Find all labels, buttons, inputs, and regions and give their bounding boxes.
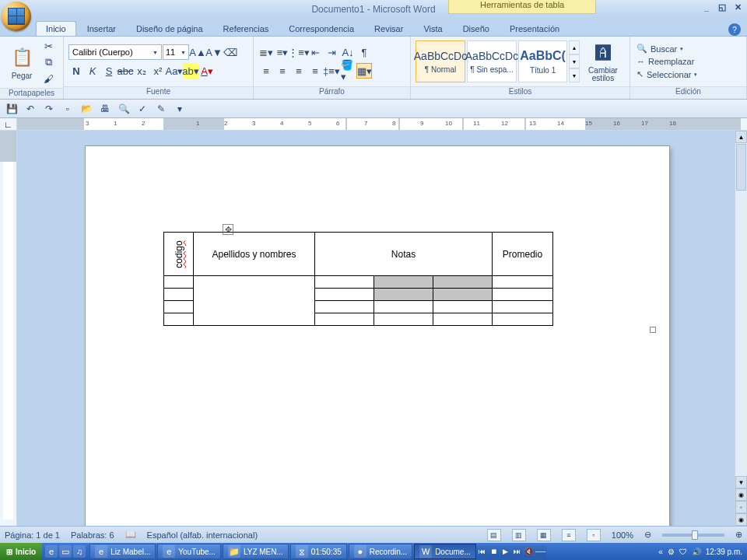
media-next[interactable]: ⏭	[512, 545, 523, 558]
scroll-up-button[interactable]: ▲	[735, 131, 747, 143]
next-page-button[interactable]: ◉	[735, 513, 747, 526]
qat-redo[interactable]: ↷	[42, 102, 56, 116]
qat-preview[interactable]: 🔍	[117, 102, 131, 116]
zoom-in-button[interactable]: ⊕	[735, 530, 742, 540]
qat-new[interactable]: ▫	[61, 102, 75, 116]
qat-undo[interactable]: ↶	[23, 102, 37, 116]
scroll-thumb[interactable]	[736, 144, 746, 191]
zoom-out-button[interactable]: ⊖	[644, 530, 651, 540]
align-center-button[interactable]: ≡	[275, 63, 290, 79]
restore-button[interactable]: ◱	[716, 2, 728, 12]
header-notas[interactable]: Notas	[315, 233, 493, 276]
tray-icon-1[interactable]: ⚙	[668, 548, 675, 556]
find-button[interactable]: 🔍Buscar▾	[635, 43, 699, 54]
multilevel-button[interactable]: ⋮≡▾	[291, 44, 307, 60]
italic-button[interactable]: K	[85, 63, 100, 79]
tray-expand[interactable]: «	[658, 548, 663, 556]
media-vol[interactable]: ──	[535, 545, 546, 558]
media-mute[interactable]: 🔇	[524, 545, 535, 558]
taskbar-item-2[interactable]: eYouTube...	[157, 544, 221, 559]
vertical-ruler[interactable]	[0, 131, 17, 526]
taskbar-item-6[interactable]: WDocume...	[414, 544, 476, 559]
replace-button[interactable]: ↔Reemplazar	[635, 56, 699, 67]
paste-button[interactable]: 📋 Pegar	[5, 44, 39, 82]
header-apellidos[interactable]: Apellidos y nombres	[194, 233, 315, 276]
qat-open[interactable]: 📂	[79, 102, 93, 116]
start-button[interactable]: ⊞Inicio	[0, 543, 42, 560]
superscript-button[interactable]: x²	[150, 63, 166, 79]
decrease-indent-button[interactable]: ⇤	[307, 44, 323, 60]
tray-clock[interactable]: 12:39 p.m.	[706, 548, 742, 556]
style-sin-espaciado[interactable]: AaBbCcDc¶ Sin espa...	[467, 40, 517, 82]
qat-spelling[interactable]: ✓	[135, 102, 149, 116]
close-button[interactable]: ✕	[731, 2, 744, 12]
copy-button[interactable]: ⧉	[40, 54, 56, 70]
justify-button[interactable]: ≡	[307, 63, 323, 79]
highlight-button[interactable]: ab▾	[183, 63, 198, 79]
qat-save[interactable]: 💾	[5, 102, 19, 116]
status-page[interactable]: Página: 1 de 1	[5, 530, 60, 540]
minimize-button[interactable]: _	[700, 2, 713, 12]
clear-format-button[interactable]: ⌫	[223, 44, 238, 60]
zoom-level[interactable]: 100%	[612, 530, 633, 540]
sort-button[interactable]: A↓	[340, 44, 356, 60]
taskbar-item-3[interactable]: 📁LYZ MEN...	[223, 544, 289, 559]
header-codigo[interactable]: codigo	[164, 233, 194, 276]
taskbar-item-1[interactable]: eLiz Mabel...	[89, 544, 156, 559]
cut-button[interactable]: ✂	[40, 38, 56, 54]
view-outline[interactable]: ≡	[562, 529, 576, 541]
qat-customize[interactable]: ▾	[173, 102, 187, 116]
status-language[interactable]: Español (alfab. internacional)	[147, 530, 258, 540]
media-prev[interactable]: ⏮	[477, 545, 488, 558]
media-stop[interactable]: ⏹	[489, 545, 500, 558]
shading-button[interactable]: 🪣▾	[340, 63, 356, 79]
document-area[interactable]: ✥ codigo Apellidos y nombres Notas Prome…	[17, 131, 747, 526]
tab-diseno[interactable]: Diseño	[454, 22, 499, 36]
line-spacing-button[interactable]: ‡≡▾	[324, 63, 339, 79]
office-button[interactable]	[2, 2, 31, 31]
taskbar-item-4[interactable]: ⧖01:50:35	[290, 544, 347, 559]
grow-font-button[interactable]: A▲	[190, 44, 205, 60]
media-play[interactable]: ▶	[500, 545, 511, 558]
help-icon[interactable]: ?	[728, 23, 741, 36]
borders-button[interactable]: ▦▾	[356, 63, 372, 79]
tab-inicio[interactable]: Inicio	[36, 21, 76, 36]
tab-insertar[interactable]: Insertar	[78, 22, 125, 36]
vertical-scrollbar[interactable]: ▲ ▼ ◉ ◦ ◉	[735, 131, 747, 526]
qat-draw-table[interactable]: ✎	[154, 102, 168, 116]
tab-selector[interactable]: ∟	[0, 118, 17, 130]
subscript-button[interactable]: x₂	[134, 63, 149, 79]
show-marks-button[interactable]: ¶	[356, 44, 372, 60]
format-painter-button[interactable]: 🖌	[40, 71, 56, 86]
scroll-down-button[interactable]: ▼	[735, 476, 747, 488]
tab-presentacion[interactable]: Presentación	[500, 22, 569, 36]
strike-button[interactable]: abc	[117, 63, 133, 79]
zoom-slider[interactable]	[662, 534, 724, 537]
ql-media-icon[interactable]: ♫	[73, 545, 86, 558]
tab-referencias[interactable]: Referencias	[214, 22, 279, 36]
tab-revisar[interactable]: Revisar	[365, 22, 412, 36]
bullets-button[interactable]: ≣▾	[258, 44, 274, 60]
view-draft[interactable]: ▫	[587, 529, 601, 541]
underline-button[interactable]: S	[101, 63, 117, 79]
view-web[interactable]: ▦	[537, 529, 551, 541]
styles-scroll[interactable]: ▴▾▾	[569, 40, 580, 82]
table-resize-handle[interactable]	[650, 327, 656, 333]
browse-object-button[interactable]: ◦	[735, 501, 747, 513]
font-family-combo[interactable]: Calibri (Cuerpo)▼	[68, 44, 162, 60]
font-color-button[interactable]: A▾	[199, 63, 215, 79]
align-right-button[interactable]: ≡	[291, 63, 307, 79]
horizontal-ruler[interactable]: 3 1 2 1 2 3 4 5 6 7 8 9 10 11 12 13 14 1…	[17, 118, 747, 130]
increase-indent-button[interactable]: ⇥	[324, 44, 339, 60]
style-normal[interactable]: AaBbCcDc¶ Normal	[416, 40, 465, 82]
ql-ie-icon[interactable]: e	[45, 545, 58, 558]
shrink-font-button[interactable]: A▼	[206, 44, 222, 60]
tab-correspondencia[interactable]: Correspondencia	[279, 22, 363, 36]
align-left-button[interactable]: ≡	[258, 63, 274, 79]
proofing-icon[interactable]: 📖	[125, 530, 136, 540]
prev-page-button[interactable]: ◉	[735, 488, 747, 501]
document-table[interactable]: codigo Apellidos y nombres Notas Promedi…	[163, 232, 553, 326]
tray-icon-2[interactable]: 🛡	[679, 548, 687, 556]
qat-print[interactable]: 🖶	[98, 102, 112, 116]
tab-diseno-pagina[interactable]: Diseño de página	[127, 22, 212, 36]
